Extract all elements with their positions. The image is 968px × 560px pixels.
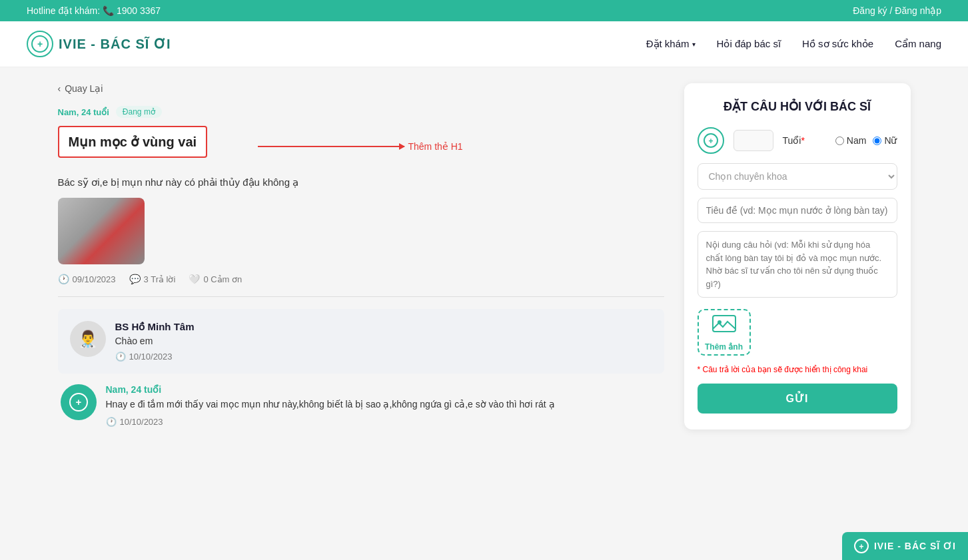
arrow-line (258, 146, 404, 147)
svg-text:+: + (37, 39, 43, 49)
user-reply-card: + Nam, 24 tuổi Hnay e đi tắm mới thấy va… (58, 384, 664, 427)
back-button-label: Quay Lại (65, 83, 103, 94)
image-icon (712, 314, 736, 338)
add-image-button[interactable]: Thêm ảnh (698, 309, 751, 356)
status-badge: Đang mở (116, 106, 162, 118)
disclaimer-content: Câu trả lời của bạn sẽ được hiển thị côn… (703, 365, 868, 374)
gender-nu-label: Nữ (884, 135, 897, 146)
logo-icon: + (27, 31, 53, 57)
clock-icon: 🕐 (58, 274, 69, 284)
nav-cam-nang[interactable]: Cẩm nang (895, 38, 941, 50)
disclaimer-star: * (698, 365, 701, 374)
nav-ho-so-label: Hồ sơ sức khỏe (802, 38, 873, 50)
nav-dat-kham-label: Đặt khám (646, 38, 690, 50)
tags-row: Nam, 24 tuổi Đang mở (58, 106, 664, 118)
age-input[interactable] (733, 130, 773, 151)
meta-row: 🕐 09/10/2023 💬 3 Trả lời 🤍 0 Cảm ơn (58, 274, 664, 284)
post-date: 09/10/2023 (73, 274, 116, 284)
back-button[interactable]: ‹ Quay Lại (58, 83, 664, 94)
chevron-down-icon: ▾ (692, 41, 696, 48)
doctor-avatar: 👨‍⚕️ (70, 321, 106, 357)
hotline-info: Hotline đặt khám: 📞 1900 3367 (27, 5, 161, 16)
form-gender-row: + Tuổi* Nam Nữ (698, 127, 897, 154)
replies-count: 3 Trả lời (144, 274, 176, 284)
nav-cam-nang-label: Cẩm nang (895, 38, 941, 50)
right-column: ĐẶT CÂU HỎI VỚI BÁC SĨ + Tuổi* Nam (684, 83, 911, 437)
phone-icon: 📞 (103, 5, 117, 16)
gender-nu-radio[interactable] (873, 137, 881, 145)
form-avatar-icon: + (698, 127, 724, 154)
clock-icon-2: 🕐 (115, 352, 126, 362)
doctor-reply-text: Chào em (115, 336, 652, 346)
gender-nam-option[interactable]: Nam (835, 135, 867, 146)
arrow-annotation: Thêm thẻ H1 (258, 141, 463, 152)
ask-card-title: ĐẶT CÂU HỎI VỚI BÁC SĨ (698, 99, 897, 114)
svg-rect-6 (713, 316, 735, 332)
logo-area: + IVIE - BÁC SĨ ƠI (27, 31, 171, 57)
divider (58, 296, 664, 297)
ask-card: ĐẶT CÂU HỎI VỚI BÁC SĨ + Tuổi* Nam (684, 83, 911, 429)
question-title-wrapper: Mụn mọc ở vùng vai Thêm thẻ H1 (58, 126, 664, 167)
doctor-avatar-icon: 👨‍⚕️ (78, 330, 98, 348)
gender-radio-group: Nam Nữ (835, 135, 897, 146)
add-image-label: Thêm ảnh (705, 342, 743, 352)
nav-dat-kham[interactable]: Đặt khám ▾ (646, 38, 696, 50)
logo-text: IVIE - BÁC SĨ ƠI (59, 36, 171, 52)
arrow-head (399, 143, 405, 150)
image-placeholder (58, 198, 145, 264)
header: + IVIE - BÁC SĨ ƠI Đặt khám ▾ Hỏi đáp bá… (0, 21, 968, 67)
gender-nam-radio[interactable] (835, 137, 844, 145)
comment-icon: 💬 (129, 274, 141, 284)
back-arrow-icon: ‹ (58, 83, 61, 94)
doctor-reply-date: 🕐 10/10/2023 (115, 352, 652, 362)
age-label: Tuổi* (783, 135, 805, 146)
meta-date: 🕐 09/10/2023 (58, 274, 116, 284)
age-required-star: * (801, 135, 804, 146)
disclaimer-text: * Câu trả lời của bạn sẽ được hiển thị c… (698, 365, 897, 374)
gender-nam-label: Nam (847, 135, 867, 146)
question-title-input[interactable] (698, 198, 897, 223)
submit-button[interactable]: GỬI (698, 384, 897, 414)
gender-nu-option[interactable]: Nữ (873, 135, 897, 146)
hotline-label: Hotline đặt khám: (27, 5, 100, 16)
clock-icon-3: 🕐 (106, 417, 117, 427)
doctor-name: BS Hồ Minh Tâm (115, 321, 652, 333)
user-reply-date: 🕐 10/10/2023 (106, 417, 664, 427)
user-date-value: 10/10/2023 (120, 417, 163, 427)
meta-thanks: 🤍 0 Cảm ơn (189, 274, 242, 284)
question-content-textarea[interactable] (698, 231, 897, 298)
main-nav: Đặt khám ▾ Hỏi đáp bác sĩ Hồ sơ sức khỏe… (646, 38, 941, 50)
thanks-count: 0 Cảm ơn (203, 274, 242, 284)
doctor-reply-card: 👨‍⚕️ BS Hồ Minh Tâm Chào em 🕐 10/10/2023 (58, 309, 664, 374)
question-body: Bác sỹ ơi,e bị mụn như này có phải thủy … (58, 176, 664, 188)
nav-hoi-dap-label: Hỏi đáp bác sĩ (717, 38, 781, 50)
question-image (58, 198, 145, 264)
question-title: Mụn mọc ở vùng vai (58, 126, 208, 158)
top-bar: Hotline đặt khám: 📞 1900 3367 Đăng ký / … (0, 0, 968, 21)
user-name: Nam, 24 tuổi (106, 384, 664, 395)
auth-link[interactable]: Đăng ký / Đăng nhập (853, 5, 941, 16)
user-avatar: + (61, 384, 97, 420)
specialty-select[interactable]: Chọn chuyên khoa (698, 163, 897, 190)
doctor-date-value: 10/10/2023 (129, 352, 173, 362)
svg-text:+: + (708, 137, 713, 146)
main-container: ‹ Quay Lại Nam, 24 tuổi Đang mở Mụn mọc … (31, 67, 937, 453)
annotation-text: Thêm thẻ H1 (408, 141, 463, 152)
left-column: ‹ Quay Lại Nam, 24 tuổi Đang mở Mụn mọc … (58, 83, 664, 437)
doctor-reply-content: BS Hồ Minh Tâm Chào em 🕐 10/10/2023 (115, 321, 652, 362)
meta-replies: 💬 3 Trả lời (129, 274, 176, 284)
user-reply-content: Nam, 24 tuổi Hnay e đi tắm mới thấy vai … (106, 384, 664, 427)
question-title-text: Mụn mọc ở vùng vai (69, 135, 197, 149)
heart-icon: 🤍 (189, 274, 200, 284)
nav-ho-so[interactable]: Hồ sơ sức khỏe (802, 38, 873, 50)
hotline-number: 1900 3367 (117, 5, 161, 16)
user-reply-text: Hnay e đi tắm mới thấy vai mọc mụn như n… (106, 398, 664, 412)
svg-text:+: + (75, 396, 81, 408)
gender-age-tag: Nam, 24 tuổi (58, 107, 109, 117)
nav-hoi-dap[interactable]: Hỏi đáp bác sĩ (717, 38, 781, 50)
